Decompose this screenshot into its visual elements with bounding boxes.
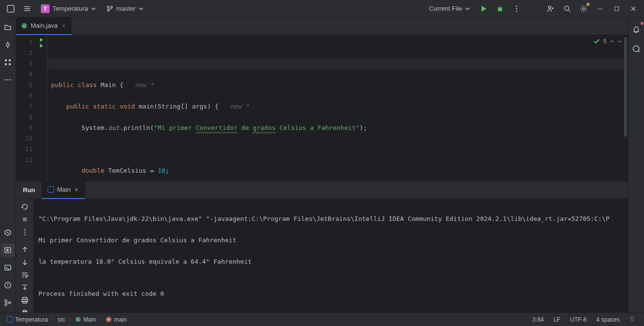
breadcrumb-separator: › xyxy=(52,316,54,323)
svg-point-11 xyxy=(549,6,551,8)
editor-tab-main[interactable]: C Main.java xyxy=(16,18,72,35)
search-button[interactable] xyxy=(560,2,574,16)
ai-assistant-button[interactable] xyxy=(629,42,643,55)
scroll-down-button[interactable] xyxy=(18,258,32,266)
svg-point-22 xyxy=(7,79,9,81)
svg-rect-20 xyxy=(9,63,11,65)
branch-icon xyxy=(107,5,113,12)
status-bar: Temperatura › src › C Main › m main 3:84… xyxy=(0,312,644,326)
console-output[interactable]: "C:\Program Files\Java\jdk-22\bin\java.e… xyxy=(34,199,628,312)
breadcrumb-src[interactable]: src xyxy=(55,315,67,324)
project-tool-button[interactable] xyxy=(1,20,15,34)
java-class-icon: C xyxy=(75,316,81,323)
close-tab-icon[interactable] xyxy=(61,23,67,29)
run-panel-title: Run xyxy=(16,186,42,194)
svg-point-34 xyxy=(24,232,25,233)
project-badge: T xyxy=(41,4,50,13)
caret-position[interactable]: 3:84 xyxy=(529,316,548,323)
terminal-tool-button[interactable] xyxy=(1,261,15,274)
more-tools-button[interactable] xyxy=(1,73,15,87)
main-area: C Main.java 1 2 3 4 5 6 7 8 9 10 xyxy=(0,18,644,312)
maximize-button[interactable] xyxy=(610,2,624,16)
breadcrumb-class[interactable]: C Main xyxy=(73,315,98,324)
svg-rect-3 xyxy=(24,10,30,11)
run-panel-header: Run Main xyxy=(16,181,628,199)
vcs-branch-selector[interactable]: master xyxy=(103,3,147,14)
settings-button[interactable] xyxy=(577,2,590,16)
breadcrumb-project[interactable]: Temperatura xyxy=(5,315,50,324)
services-tool-button[interactable] xyxy=(1,226,15,239)
right-tool-strip xyxy=(628,18,644,312)
svg-point-12 xyxy=(565,6,569,10)
run-tool-button[interactable] xyxy=(1,243,15,257)
stop-button[interactable] xyxy=(18,216,32,223)
chevron-down-icon[interactable] xyxy=(617,39,622,44)
close-tab-icon[interactable] xyxy=(73,187,79,193)
svg-point-9 xyxy=(516,8,518,9)
structure-tool-button[interactable] xyxy=(1,55,15,69)
breadcrumb-separator: › xyxy=(100,316,102,323)
warning-count: 5 xyxy=(603,38,607,45)
code-editor[interactable]: 1 2 3 4 5 6 7 8 9 10 11 12 xyxy=(16,35,628,181)
readonly-toggle[interactable] xyxy=(626,316,639,323)
java-class-icon: C xyxy=(21,22,28,29)
line-separator[interactable]: LF xyxy=(550,316,564,323)
svg-rect-2 xyxy=(24,8,30,9)
project-name: Temperatura xyxy=(53,5,88,12)
current-line-highlight xyxy=(47,58,628,69)
svg-rect-1 xyxy=(24,6,30,7)
console-scrollbar[interactable] xyxy=(38,307,482,310)
project-selector[interactable]: T Temperatura xyxy=(37,2,100,15)
close-window-button[interactable] xyxy=(626,2,640,16)
chevron-up-icon[interactable] xyxy=(609,39,614,44)
inspection-widget[interactable]: 5 xyxy=(593,38,622,45)
run-tab-label: Main xyxy=(57,186,71,193)
scroll-to-end-button[interactable] xyxy=(18,284,32,291)
print-button[interactable] xyxy=(18,296,32,304)
app-menu-icon[interactable] xyxy=(4,2,18,16)
breadcrumb-method[interactable]: m main xyxy=(104,315,128,324)
svg-point-6 xyxy=(111,6,113,8)
svg-point-28 xyxy=(5,304,7,306)
code-content[interactable]: public class Main { new * public static … xyxy=(47,35,628,181)
branch-name: master xyxy=(116,5,136,12)
rerun-button[interactable] xyxy=(18,203,32,211)
run-tab-main[interactable]: Main xyxy=(42,181,85,199)
svg-point-23 xyxy=(10,79,11,81)
main-menu-icon[interactable] xyxy=(20,2,34,16)
editor-scrollbar[interactable] xyxy=(623,35,628,181)
run-button[interactable] xyxy=(477,2,490,16)
more-actions-button[interactable] xyxy=(510,2,523,16)
svg-point-4 xyxy=(107,6,109,8)
left-tool-strip xyxy=(0,18,16,312)
breadcrumb-separator: › xyxy=(69,316,71,323)
svg-rect-43 xyxy=(631,318,634,321)
console-line: Process finished with exit code 0 xyxy=(38,289,623,299)
more-run-actions[interactable] xyxy=(18,228,32,236)
check-icon xyxy=(593,38,600,45)
commit-tool-button[interactable] xyxy=(1,38,15,52)
svg-point-27 xyxy=(5,300,7,302)
run-config-label: Current File xyxy=(429,5,462,12)
indent-setting[interactable]: 4 spaces xyxy=(592,316,624,323)
minimize-button[interactable] xyxy=(593,2,607,16)
svg-text:m: m xyxy=(107,317,110,322)
run-config-selector[interactable]: Current File xyxy=(425,3,474,14)
scrollbar-thumb[interactable] xyxy=(624,37,627,137)
debug-button[interactable] xyxy=(493,2,507,16)
file-encoding[interactable]: UTF-8 xyxy=(566,316,590,323)
code-with-me-button[interactable] xyxy=(544,2,557,16)
run-line-marker[interactable] xyxy=(36,43,47,49)
clear-button[interactable] xyxy=(18,309,32,312)
svg-point-21 xyxy=(5,79,6,81)
problems-tool-button[interactable] xyxy=(1,278,15,292)
vcs-tool-button[interactable] xyxy=(1,296,15,309)
scroll-up-button[interactable] xyxy=(18,246,32,254)
chevron-down-icon xyxy=(465,6,470,11)
svg-text:C: C xyxy=(77,317,79,322)
soft-wrap-button[interactable] xyxy=(18,271,32,279)
run-line-marker[interactable] xyxy=(36,37,47,43)
console-line: "C:\Program Files\Java\jdk-22\bin\java.e… xyxy=(38,214,623,224)
method-icon: m xyxy=(106,316,112,323)
notifications-button[interactable] xyxy=(629,22,643,36)
